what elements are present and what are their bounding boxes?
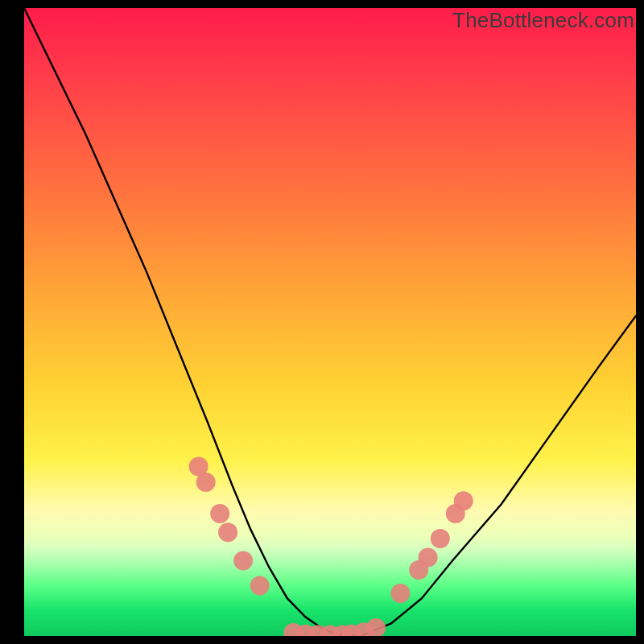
chart-frame: TheBottleneck.com bbox=[0, 0, 644, 644]
watermark-text: TheBottleneck.com bbox=[452, 8, 634, 33]
chart-plot-area bbox=[24, 8, 636, 636]
